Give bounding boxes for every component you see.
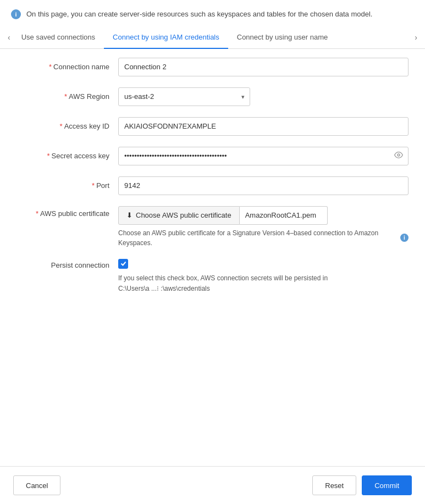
checkbox-row (118, 259, 409, 269)
port-label: *Port (16, 181, 118, 190)
tab-username[interactable]: Connect by using user name (228, 26, 336, 49)
cert-help-text: Choose an AWS public certificate for a S… (118, 228, 409, 248)
choose-certificate-button[interactable]: ⬇ Choose AWS public certificate (118, 206, 240, 225)
footer-right: Reset Commit (312, 475, 412, 495)
cert-row: *AWS public certificate ⬇ Choose AWS pub… (16, 206, 409, 248)
persist-help-text: If you select this check box, AWS connec… (118, 273, 409, 284)
aws-region-row: *AWS Region us-east-1 us-east-2 us-west-… (16, 87, 409, 106)
commit-button[interactable]: Commit (362, 475, 412, 495)
persist-checkbox[interactable] (118, 259, 128, 269)
cert-button-row: ⬇ Choose AWS public certificate AmazonRo… (118, 206, 409, 225)
cert-filename: AmazonRootCA1.pem (240, 206, 328, 225)
port-row: *Port (16, 176, 409, 195)
eye-icon[interactable] (394, 151, 403, 161)
info-text: On this page, you can create server-side… (26, 9, 372, 20)
access-key-row: *Access key ID (16, 117, 409, 136)
persist-path: C:\Users\a ...⁝ :\aws\credentials (118, 285, 409, 292)
secret-key-input[interactable] (118, 147, 409, 165)
aws-region-select-wrapper: us-east-1 us-east-2 us-west-1 us-west-2 … (118, 87, 250, 106)
form-area: *Connection name *AWS Region us-east-1 u… (0, 49, 425, 467)
cert-label: *AWS public certificate (16, 206, 118, 218)
aws-region-label: *AWS Region (16, 92, 118, 101)
access-key-input[interactable] (118, 117, 409, 136)
footer: Cancel Reset Commit (0, 466, 425, 504)
persist-label: Persist connection (16, 259, 118, 269)
download-icon: ⬇ (126, 211, 133, 219)
connection-name-row: *Connection name (16, 58, 409, 76)
tab-bar: ‹ Use saved connections Connect by using… (0, 26, 425, 49)
tab-arrow-right[interactable]: › (412, 33, 420, 42)
connection-name-input[interactable] (118, 58, 409, 76)
info-banner: i On this page, you can create server-si… (0, 0, 425, 26)
info-icon: i (11, 9, 21, 19)
page-wrapper: i On this page, you can create server-si… (0, 0, 425, 504)
reset-button[interactable]: Reset (312, 475, 356, 495)
aws-region-select[interactable]: us-east-1 us-east-2 us-west-1 us-west-2 … (118, 87, 250, 106)
secret-key-row: *Secret access key (16, 147, 409, 165)
secret-key-label: *Secret access key (16, 152, 118, 160)
cert-section: ⬇ Choose AWS public certificate AmazonRo… (118, 206, 409, 248)
svg-point-0 (398, 154, 400, 156)
persist-row: Persist connection If you select this ch… (16, 259, 409, 292)
port-input[interactable] (118, 176, 409, 195)
persist-section: If you select this check box, AWS connec… (118, 259, 409, 292)
tab-arrow-left[interactable]: ‹ (5, 33, 13, 42)
cert-info-icon: i (400, 234, 409, 242)
connection-name-label: *Connection name (16, 63, 118, 71)
access-key-label: *Access key ID (16, 122, 118, 130)
secret-key-wrapper (118, 147, 409, 165)
tab-iam-credentials[interactable]: Connect by using IAM credentials (104, 26, 228, 49)
tab-saved-connections[interactable]: Use saved connections (13, 26, 104, 49)
cancel-button[interactable]: Cancel (13, 475, 60, 495)
